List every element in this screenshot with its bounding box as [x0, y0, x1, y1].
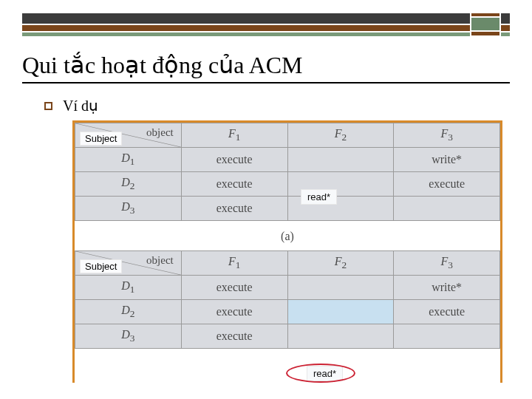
acm-table-a: object Subject F1 F2 F3 D1 execute write… — [75, 123, 500, 221]
obj-label: object — [146, 126, 174, 139]
obj-label-b: object — [146, 254, 174, 267]
caption-a: (a) — [75, 230, 500, 243]
acm-table-b: object Subject F1 F2 F3 D1 execute write… — [75, 250, 500, 349]
col-b-f2: F2 — [287, 251, 394, 276]
col-f3: F3 — [394, 123, 500, 148]
table-row: D1 execute write* — [75, 276, 500, 300]
col-f2: F2 — [287, 123, 394, 148]
cell-b-d2-f2 — [287, 300, 394, 324]
page-title: Qui tắc hoạt động của ACM — [22, 51, 510, 79]
subj-label: Subject — [80, 132, 122, 146]
decor-bars — [0, 13, 532, 36]
bullet-label: Ví dụ — [63, 97, 98, 115]
table-row: D1 execute write* — [75, 148, 500, 172]
diag-cell-a: object Subject — [75, 123, 182, 148]
cell-b-d3-f2 — [287, 324, 394, 349]
acm-figure: object Subject F1 F2 F3 D1 execute write… — [72, 120, 502, 383]
diag-cell-b: object Subject — [75, 251, 182, 276]
subj-label-b: Subject — [80, 259, 122, 273]
table-row: D2 execute execute — [75, 172, 500, 197]
col-f1: F1 — [181, 123, 287, 148]
bullet-icon — [44, 102, 52, 110]
table-row: D3 execute — [75, 197, 500, 221]
table-row: D2 execute execute — [75, 300, 500, 324]
overlay-read-a: read* — [301, 189, 337, 205]
col-b-f1: F1 — [181, 251, 287, 276]
circle-annotation — [286, 364, 355, 383]
decor-accent-inner — [471, 18, 499, 30]
bullet-example: Ví dụ — [44, 97, 532, 115]
title-rule — [22, 82, 510, 83]
table-row: D3 execute — [75, 324, 500, 349]
col-b-f3: F3 — [394, 251, 500, 276]
